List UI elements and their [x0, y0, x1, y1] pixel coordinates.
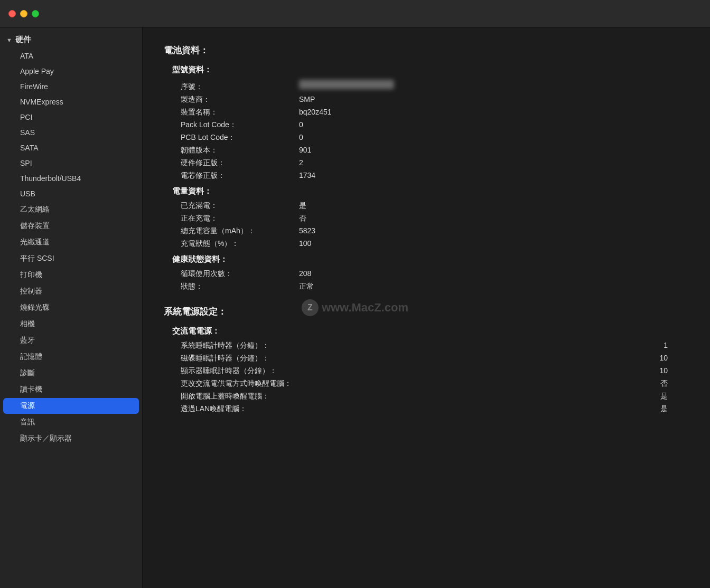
model-info-title: 型號資料： [172, 65, 689, 75]
pcb-lot-code-value: 0 [299, 133, 303, 141]
charge-status-row: 充電狀態（%）： 100 [172, 238, 689, 250]
charging-label: 正在充電： [172, 214, 299, 223]
sidebar-item-pci[interactable]: PCI [3, 110, 139, 125]
system-sleep-value: 1 [657, 341, 689, 349]
fully-charged-label: 已充滿電： [172, 201, 299, 211]
display-sleep-row: 顯示器睡眠計時器（分鐘）： 10 [172, 365, 689, 377]
status-row: 狀態： 正常 [172, 280, 689, 293]
model-info-group: 型號資料： 序號： 製造商： SMP 裝置名稱： bq20z451 Pack L… [172, 65, 689, 182]
manufacturer-value: SMP [299, 95, 315, 103]
wake-on-ac-row: 更改交流電供電方式時喚醒電腦： 否 [172, 377, 689, 390]
sidebar-item-fiber[interactable]: 光纖通道 [3, 234, 139, 250]
firmware-label: 韌體版本： [172, 146, 299, 155]
pack-lot-code-row: Pack Lot Code： 0 [172, 119, 689, 131]
wake-on-ac-label: 更改交流電供電方式時喚醒電腦： [172, 379, 657, 388]
battery-section: 電池資料： 型號資料： 序號： 製造商： SMP 裝置名稱： bq20z451 [164, 44, 689, 293]
sidebar: ▼ 硬件 ATA Apple Pay FireWire NVMExpress P… [0, 27, 143, 588]
wake-on-lid-value: 是 [657, 392, 689, 401]
pack-lot-code-label: Pack Lot Code： [172, 120, 299, 130]
wake-on-lid-row: 開啟電腦上蓋時喚醒電腦： 是 [172, 390, 689, 403]
hardware-revision-value: 2 [299, 158, 303, 167]
sidebar-item-diagnostics[interactable]: 診斷 [3, 365, 139, 381]
ac-power-group: 交流電電源： 系統睡眠計時器（分鐘）： 1 磁碟睡眠計時器（分鐘）： 10 顯示… [172, 326, 689, 415]
wake-on-lan-label: 透過LAN喚醒電腦： [172, 404, 657, 414]
sidebar-item-ethernet[interactable]: 乙太網絡 [3, 202, 139, 217]
pack-lot-code-value: 0 [299, 120, 303, 129]
sidebar-item-printer[interactable]: 打印機 [3, 267, 139, 283]
sidebar-item-firewire[interactable]: FireWire [3, 79, 139, 94]
manufacturer-label: 製造商： [172, 95, 299, 105]
sidebar-item-storage[interactable]: 儲存裝置 [3, 218, 139, 234]
cell-revision-label: 電芯修正版： [172, 171, 299, 181]
maximize-button[interactable] [32, 10, 39, 17]
sidebar-item-parallel-scsi[interactable]: 平行 SCSI [3, 251, 139, 267]
pcb-lot-code-label: PCB Lot Code： [172, 133, 299, 143]
serial-row: 序號： [172, 78, 689, 93]
cycle-count-row: 循環使用次數： 208 [172, 268, 689, 280]
wake-on-ac-value: 否 [657, 379, 689, 388]
cycle-count-label: 循環使用次數： [172, 269, 299, 279]
health-info-title: 健康狀態資料： [172, 254, 689, 264]
sidebar-section-label: 硬件 [15, 35, 31, 45]
fully-charged-value: 是 [299, 201, 306, 211]
disk-sleep-label: 磁碟睡眠計時器（分鐘）： [172, 354, 657, 363]
sidebar-item-nvmexpress[interactable]: NVMExpress [3, 94, 139, 109]
cell-revision-value: 1734 [299, 171, 315, 179]
battery-section-title: 電池資料： [164, 44, 689, 56]
firmware-row: 韌體版本： 901 [172, 144, 689, 157]
serial-value [299, 80, 394, 89]
sidebar-item-cardreader[interactable]: 讀卡機 [3, 382, 139, 397]
sidebar-item-power[interactable]: 電源 [3, 398, 139, 414]
sidebar-item-optical[interactable]: 燒錄光碟 [3, 300, 139, 316]
sidebar-item-sata[interactable]: SATA [3, 140, 139, 155]
wake-on-lan-row: 透過LAN喚醒電腦： 是 [172, 403, 689, 415]
status-value: 正常 [299, 282, 314, 291]
charging-value: 否 [299, 214, 306, 223]
power-settings-section: 系統電源設定： 交流電電源： 系統睡眠計時器（分鐘）： 1 磁碟睡眠計時器（分鐘… [164, 306, 689, 415]
sidebar-item-applepay[interactable]: Apple Pay [3, 64, 139, 79]
cell-revision-row: 電芯修正版： 1734 [172, 169, 689, 182]
charge-status-label: 充電狀態（%）： [172, 239, 299, 249]
wake-on-lan-value: 是 [657, 404, 689, 414]
status-label: 狀態： [172, 282, 299, 291]
sidebar-section-hardware[interactable]: ▼ 硬件 [0, 32, 142, 48]
device-name-row: 裝置名稱： bq20z451 [172, 106, 689, 119]
sidebar-item-memory[interactable]: 記憶體 [3, 349, 139, 365]
device-name-label: 裝置名稱： [172, 108, 299, 117]
serial-label: 序號： [172, 82, 299, 92]
device-name-value: bq20z451 [299, 108, 332, 116]
charge-status-value: 100 [299, 239, 311, 248]
disk-sleep-value: 10 [657, 354, 689, 362]
sidebar-item-bluetooth[interactable]: 藍牙 [3, 333, 139, 348]
charge-info-title: 電量資料： [172, 186, 689, 196]
close-button[interactable] [8, 10, 16, 17]
wake-on-lid-label: 開啟電腦上蓋時喚醒電腦： [172, 392, 657, 401]
sidebar-item-display[interactable]: 顯示卡／顯示器 [3, 431, 139, 447]
system-sleep-row: 系統睡眠計時器（分鐘）： 1 [172, 339, 689, 352]
hardware-revision-label: 硬件修正版： [172, 158, 299, 168]
main-layout: Z www.MacZ.com ▼ 硬件 ATA Apple Pay FireWi… [0, 27, 710, 588]
sidebar-item-ata[interactable]: ATA [3, 49, 139, 63]
sidebar-item-spi[interactable]: SPI [3, 156, 139, 170]
sidebar-item-usb[interactable]: USB [3, 186, 139, 201]
ac-power-title: 交流電電源： [172, 326, 689, 336]
pcb-lot-code-row: PCB Lot Code： 0 [172, 131, 689, 144]
manufacturer-row: 製造商： SMP [172, 93, 689, 106]
fully-charged-row: 已充滿電： 是 [172, 200, 689, 212]
sidebar-item-camera[interactable]: 相機 [3, 316, 139, 332]
total-capacity-value: 5823 [299, 226, 315, 235]
sidebar-item-controller[interactable]: 控制器 [3, 283, 139, 299]
minimize-button[interactable] [20, 10, 27, 17]
content-area: 電池資料： 型號資料： 序號： 製造商： SMP 裝置名稱： bq20z451 [143, 27, 710, 588]
display-sleep-value: 10 [657, 366, 689, 375]
titlebar [0, 0, 710, 27]
charge-info-group: 電量資料： 已充滿電： 是 正在充電： 否 總充電容量（mAh）： 5823 充… [172, 186, 689, 250]
firmware-value: 901 [299, 146, 311, 154]
sidebar-item-audio[interactable]: 音訊 [3, 414, 139, 430]
hardware-revision-row: 硬件修正版： 2 [172, 157, 689, 169]
sidebar-item-sas[interactable]: SAS [3, 125, 139, 140]
display-sleep-label: 顯示器睡眠計時器（分鐘）： [172, 366, 657, 376]
system-sleep-label: 系統睡眠計時器（分鐘）： [172, 341, 657, 350]
sidebar-item-thunderbolt[interactable]: Thunderbolt/USB4 [3, 171, 139, 186]
power-settings-title: 系統電源設定： [164, 306, 689, 318]
